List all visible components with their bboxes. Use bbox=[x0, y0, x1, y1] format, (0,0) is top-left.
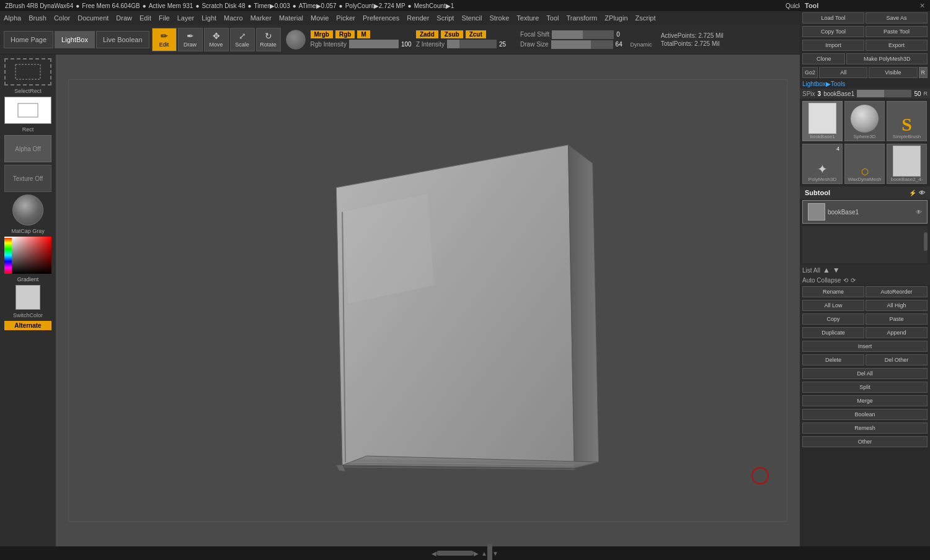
del-all-button[interactable]: Del All bbox=[802, 368, 928, 379]
menu-transform[interactable]: Transform bbox=[567, 14, 598, 22]
subtool-eye[interactable]: 👁 bbox=[919, 190, 925, 196]
menu-edit[interactable]: Edit bbox=[140, 14, 151, 22]
append-button[interactable]: Append bbox=[866, 327, 928, 338]
brush-waxdynamesh[interactable]: ⬡ WaxDynaMesh bbox=[844, 144, 885, 184]
menu-script[interactable]: Script bbox=[436, 14, 454, 22]
menu-render[interactable]: Render bbox=[407, 14, 429, 22]
r-button[interactable]: R bbox=[919, 67, 928, 78]
scroll-down-arrow[interactable]: ▼ bbox=[492, 550, 498, 557]
del-other-button[interactable]: Del Other bbox=[866, 354, 928, 365]
menu-picker[interactable]: Picker bbox=[336, 14, 355, 22]
lightbox-tools-link[interactable]: Lightbox▶Tools bbox=[800, 79, 930, 89]
load-tool-button[interactable]: Load Tool bbox=[802, 12, 864, 24]
rect-button[interactable] bbox=[4, 97, 51, 124]
split-button[interactable]: Split bbox=[802, 382, 928, 393]
color-picker[interactable] bbox=[4, 237, 51, 274]
menu-macro[interactable]: Macro bbox=[224, 14, 243, 22]
remesh-button[interactable]: Remesh bbox=[802, 422, 928, 434]
menu-draw[interactable]: Draw bbox=[116, 14, 132, 22]
all-high-button[interactable]: All High bbox=[866, 300, 928, 311]
z-intensity-slider[interactable] bbox=[447, 40, 497, 48]
m-button[interactable]: M bbox=[357, 30, 370, 38]
clone-button[interactable]: Clone bbox=[802, 53, 845, 64]
select-rect-button[interactable] bbox=[4, 58, 51, 85]
brush-bookbase1[interactable]: bookBase1 bbox=[802, 101, 843, 141]
autoreorder-button[interactable]: AutoReorder bbox=[866, 286, 928, 297]
rgb-intensity-slider[interactable] bbox=[349, 40, 399, 48]
tool-close-button[interactable]: ✕ bbox=[919, 2, 925, 10]
subtool-toggle[interactable]: ⚡ bbox=[909, 190, 916, 196]
paste-tool-button[interactable]: Paste Tool bbox=[866, 26, 928, 37]
alternate-button[interactable]: Alternate bbox=[4, 321, 51, 330]
make-polymesh3d-button[interactable]: Make PolyMesh3D bbox=[846, 53, 928, 64]
menu-preferences[interactable]: Preferences bbox=[363, 14, 399, 22]
brush-simplebrush[interactable]: S SimpleBrush bbox=[887, 101, 927, 141]
move-button[interactable]: ✥ Move bbox=[204, 28, 229, 51]
insert-button[interactable]: Insert bbox=[802, 341, 928, 352]
rename-button[interactable]: Rename bbox=[802, 286, 864, 297]
menu-brush[interactable]: Brush bbox=[29, 14, 46, 22]
spix-slider[interactable] bbox=[857, 90, 911, 97]
auto-collapse-icon[interactable]: ⟲ bbox=[843, 277, 848, 284]
menu-stencil[interactable]: Stencil bbox=[461, 14, 482, 22]
all-button[interactable]: All bbox=[819, 67, 867, 78]
rotate-button[interactable]: ↻ Rotate bbox=[256, 28, 281, 51]
export-button[interactable]: Export bbox=[866, 40, 928, 51]
menu-light[interactable]: Light bbox=[202, 14, 216, 22]
list-all-down-arrow[interactable]: ▼ bbox=[833, 266, 840, 274]
subtool-scrollbar[interactable] bbox=[924, 232, 928, 251]
zadd-button[interactable]: Zadd bbox=[416, 30, 438, 38]
scale-button[interactable]: ⤢ Scale bbox=[230, 28, 255, 51]
import-button[interactable]: Import bbox=[802, 40, 864, 51]
menu-zscript[interactable]: Zscript bbox=[636, 14, 656, 22]
save-as-button[interactable]: Save As bbox=[866, 12, 928, 24]
ops-copy-button[interactable]: Copy bbox=[802, 313, 864, 325]
brush-sphere3d[interactable]: Sphere3D bbox=[844, 101, 885, 141]
draw-button[interactable]: ✒ Draw bbox=[178, 28, 203, 51]
focal-shift-slider[interactable] bbox=[552, 30, 614, 39]
menu-material[interactable]: Material bbox=[279, 14, 303, 22]
switch-color-button[interactable] bbox=[16, 285, 40, 310]
copy-tool-button[interactable]: Copy Tool bbox=[802, 26, 864, 37]
go2-button[interactable]: Go2 bbox=[802, 67, 818, 78]
delete-button[interactable]: Delete bbox=[802, 354, 864, 365]
spix-r-button[interactable]: R bbox=[924, 90, 928, 97]
menu-zplugin[interactable]: ZPlugin bbox=[604, 14, 627, 22]
scroll-left-arrow[interactable]: ◀ bbox=[432, 550, 436, 557]
texture-off-button[interactable]: Texture Off bbox=[4, 165, 51, 192]
tab-homepage[interactable]: Home Page bbox=[4, 31, 53, 48]
alpha-off-button[interactable]: Alpha Off bbox=[4, 135, 51, 162]
duplicate-button[interactable]: Duplicate bbox=[802, 327, 864, 338]
menu-movie[interactable]: Movie bbox=[311, 14, 329, 22]
subtool-visibility-icon[interactable]: 👁 bbox=[916, 209, 922, 216]
menu-stroke[interactable]: Stroke bbox=[489, 14, 509, 22]
rgb-button[interactable]: Rgb bbox=[335, 30, 355, 38]
merge-button[interactable]: Merge bbox=[802, 395, 928, 406]
edit-button[interactable]: ✏ Edit bbox=[152, 28, 177, 51]
list-all-up-arrow[interactable]: ▲ bbox=[823, 266, 830, 274]
menu-marker[interactable]: Marker bbox=[250, 14, 272, 22]
scroll-handle-v[interactable] bbox=[487, 544, 492, 560]
menu-document[interactable]: Document bbox=[78, 14, 108, 22]
visible-button[interactable]: Visible bbox=[869, 67, 917, 78]
tab-lightbox[interactable]: LightBox bbox=[55, 31, 95, 48]
subtool-bookbase1-item[interactable]: bookBase1 👁 bbox=[802, 200, 928, 224]
mrgb-button[interactable]: Mrgb bbox=[311, 30, 333, 38]
menu-tool[interactable]: Tool bbox=[546, 14, 559, 22]
auto-collapse-icon2[interactable]: ⟳ bbox=[851, 277, 856, 284]
other-button[interactable]: Other bbox=[802, 436, 928, 447]
menu-alpha[interactable]: Alpha bbox=[4, 14, 21, 22]
scroll-up-arrow[interactable]: ▲ bbox=[481, 550, 487, 557]
scroll-handle[interactable] bbox=[436, 551, 474, 556]
menu-texture[interactable]: Texture bbox=[516, 14, 539, 22]
scroll-right-arrow[interactable]: ▶ bbox=[474, 550, 479, 557]
matcap-sphere[interactable] bbox=[12, 195, 43, 225]
canvas-area[interactable] bbox=[56, 55, 800, 546]
tab-liveboolean[interactable]: Live Boolean bbox=[96, 31, 149, 48]
zsub-button[interactable]: Zsub bbox=[441, 30, 463, 38]
menu-color[interactable]: Color bbox=[54, 14, 70, 22]
boolean-button[interactable]: Boolean bbox=[802, 409, 928, 420]
color-circle[interactable] bbox=[286, 30, 306, 50]
hue-strip[interactable] bbox=[4, 237, 12, 274]
menu-layer[interactable]: Layer bbox=[177, 14, 195, 22]
